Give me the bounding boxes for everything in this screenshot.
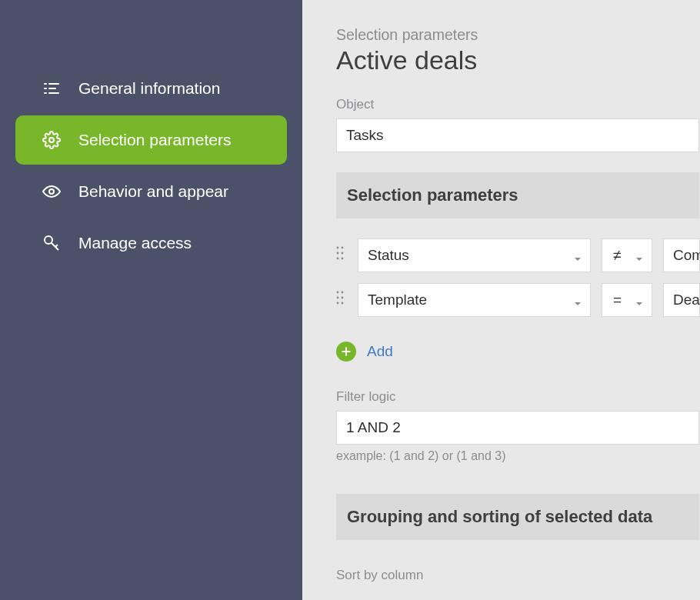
svg-point-6 bbox=[49, 138, 54, 142]
svg-point-18 bbox=[342, 292, 344, 294]
filter-value-select[interactable]: Comp bbox=[663, 238, 700, 272]
sidebar-item-behavior-appear[interactable]: Behavior and appear bbox=[15, 167, 287, 216]
plus-circle-icon bbox=[336, 342, 356, 362]
filter-field-select[interactable]: Template bbox=[358, 283, 591, 317]
filter-logic-input[interactable]: 1 AND 2 bbox=[336, 411, 699, 445]
filter-row: Template = Deal bbox=[336, 283, 700, 317]
drag-handle-icon[interactable] bbox=[336, 291, 347, 309]
object-label: Object bbox=[336, 97, 700, 112]
filter-value: Comp bbox=[673, 247, 700, 264]
sidebar-item-selection-parameters[interactable]: Selection parameters bbox=[15, 115, 287, 165]
svg-point-11 bbox=[337, 247, 339, 249]
sidebar-item-general-information[interactable]: General information bbox=[15, 64, 287, 113]
svg-point-12 bbox=[342, 247, 344, 249]
caret-down-icon bbox=[635, 251, 644, 260]
filter-logic-label: Filter logic bbox=[336, 389, 700, 405]
filter-operator-value: ≠ bbox=[613, 247, 621, 264]
page-title: Active deals bbox=[336, 45, 700, 75]
key-icon bbox=[42, 233, 62, 253]
filter-field-select[interactable]: Status bbox=[358, 238, 591, 272]
sidebar-item-manage-access[interactable]: Manage access bbox=[15, 218, 287, 268]
sidebar-item-label: General information bbox=[78, 79, 220, 98]
svg-point-22 bbox=[342, 302, 344, 305]
caret-down-icon bbox=[635, 295, 644, 305]
caret-down-icon bbox=[573, 251, 582, 260]
filter-value-select[interactable]: Deal bbox=[663, 283, 700, 317]
filter-operator-value: = bbox=[613, 292, 622, 308]
caret-down-icon bbox=[573, 295, 582, 305]
sidebar-item-label: Selection parameters bbox=[78, 131, 231, 149]
object-select[interactable]: Tasks bbox=[336, 118, 699, 152]
filter-logic-value: 1 AND 2 bbox=[346, 419, 401, 436]
sidebar: General information Selection parameters… bbox=[0, 0, 302, 600]
eye-icon bbox=[42, 182, 62, 202]
list-icon bbox=[42, 78, 62, 98]
section-grouping-sorting: Grouping and sorting of selected data bbox=[336, 494, 699, 540]
filter-operator-select[interactable]: ≠ bbox=[602, 238, 652, 272]
filter-row: Status ≠ Comp bbox=[336, 238, 700, 272]
svg-point-19 bbox=[337, 297, 339, 299]
add-filter-label: Add bbox=[367, 343, 393, 360]
svg-line-10 bbox=[55, 245, 58, 247]
object-value: Tasks bbox=[346, 127, 384, 144]
gear-icon bbox=[42, 130, 62, 150]
breadcrumb: Selection parameters bbox=[336, 26, 700, 44]
filter-value: Deal bbox=[673, 292, 700, 308]
filter-field-value: Template bbox=[368, 292, 427, 308]
svg-point-21 bbox=[337, 302, 339, 305]
drag-handle-icon[interactable] bbox=[336, 246, 347, 265]
filter-logic-example: example: (1 and 2) or (1 and 3) bbox=[336, 449, 700, 463]
sidebar-item-label: Manage access bbox=[78, 234, 192, 252]
filter-operator-select[interactable]: = bbox=[602, 283, 652, 317]
section-selection-parameters: Selection parameters bbox=[336, 172, 699, 218]
add-filter-button[interactable]: Add bbox=[336, 342, 700, 362]
svg-line-9 bbox=[52, 243, 59, 251]
filter-field-value: Status bbox=[368, 247, 409, 264]
svg-point-14 bbox=[342, 252, 344, 255]
sidebar-item-label: Behavior and appear bbox=[78, 182, 228, 201]
svg-point-20 bbox=[342, 297, 344, 299]
svg-point-7 bbox=[49, 189, 54, 194]
svg-point-17 bbox=[337, 292, 339, 294]
sort-by-label: Sort by column bbox=[336, 568, 700, 583]
svg-point-13 bbox=[337, 252, 339, 255]
svg-point-15 bbox=[337, 258, 339, 260]
main-panel: Selection parameters Active deals Object… bbox=[302, 0, 700, 600]
svg-point-16 bbox=[342, 258, 344, 260]
